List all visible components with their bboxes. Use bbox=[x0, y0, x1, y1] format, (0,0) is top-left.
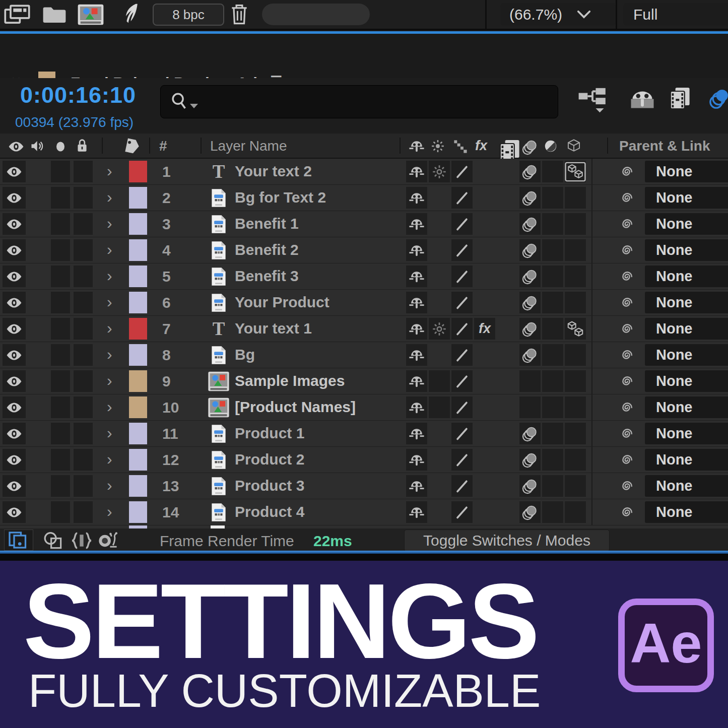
box-switch[interactable] bbox=[542, 266, 563, 287]
shy-switch[interactable] bbox=[406, 344, 427, 366]
parent-pickwhip-icon[interactable] bbox=[618, 320, 636, 338]
parent-dropdown[interactable]: None bbox=[645, 423, 728, 444]
expand-chevron-icon[interactable]: › bbox=[107, 398, 112, 416]
empty-switch-cell[interactable] bbox=[497, 449, 518, 471]
toolbar-pill-field[interactable] bbox=[262, 4, 370, 25]
shy-switch[interactable] bbox=[406, 449, 427, 471]
layer-color-swatch[interactable] bbox=[129, 239, 147, 261]
empty-switch-cell[interactable] bbox=[429, 213, 450, 235]
expand-chevron-icon[interactable]: › bbox=[107, 371, 112, 390]
fx-switch[interactable]: fx bbox=[474, 318, 495, 340]
visibility-eye-toggle[interactable] bbox=[3, 161, 26, 182]
layer-row[interactable]: › 5 Benefit 3 None bbox=[0, 263, 728, 290]
mini-flowchart-icon[interactable] bbox=[578, 87, 607, 113]
visibility-eye-toggle[interactable] bbox=[3, 266, 26, 287]
layer-color-swatch[interactable] bbox=[129, 396, 147, 418]
lock-column-icon[interactable] bbox=[76, 138, 89, 153]
box-switch[interactable] bbox=[542, 475, 563, 497]
lock-toggle[interactable] bbox=[74, 423, 93, 444]
mb-switch[interactable] bbox=[519, 501, 541, 523]
mb-switch[interactable] bbox=[519, 213, 541, 235]
layer-color-swatch[interactable] bbox=[129, 501, 147, 523]
box-switch[interactable] bbox=[542, 161, 563, 182]
parent-dropdown[interactable]: None bbox=[645, 266, 728, 287]
slash-switch[interactable] bbox=[451, 475, 473, 497]
mb-switch[interactable] bbox=[519, 161, 541, 182]
layer-color-swatch[interactable] bbox=[129, 423, 147, 444]
empty-switch-cell[interactable] bbox=[429, 239, 450, 261]
box-switch[interactable] bbox=[565, 292, 586, 313]
motion-blur-switch-icon[interactable] bbox=[521, 138, 539, 156]
expand-layer-switches-button[interactable] bbox=[4, 530, 33, 551]
shy-switch[interactable] bbox=[406, 318, 427, 340]
box-switch[interactable] bbox=[565, 187, 586, 209]
lock-toggle[interactable] bbox=[74, 396, 93, 418]
layer-row[interactable]: › 6 Your Product None bbox=[0, 290, 728, 316]
empty-switch-cell[interactable] bbox=[429, 187, 450, 209]
trash-icon[interactable] bbox=[229, 4, 249, 26]
slash-switch[interactable] bbox=[451, 187, 473, 209]
expand-chevron-icon[interactable]: › bbox=[107, 450, 112, 469]
layer-row[interactable]: › 4 Benefit 2 None bbox=[0, 237, 728, 263]
threed-layer-switch-icon[interactable] bbox=[566, 139, 581, 155]
solo-toggle[interactable] bbox=[51, 187, 70, 209]
mb-switch[interactable] bbox=[519, 318, 541, 340]
audio-column-speaker-icon[interactable] bbox=[30, 139, 45, 153]
box-switch[interactable] bbox=[565, 266, 586, 287]
solo-toggle[interactable] bbox=[51, 292, 70, 313]
box-switch[interactable] bbox=[565, 449, 586, 471]
slash-switch[interactable] bbox=[451, 344, 473, 366]
empty-switch-cell[interactable] bbox=[474, 423, 495, 444]
box-switch[interactable] bbox=[519, 396, 541, 418]
current-timecode[interactable]: 0:00:16:10 bbox=[20, 82, 136, 108]
parent-dropdown[interactable]: None bbox=[645, 239, 728, 261]
layer-row[interactable]: › 8 Bg None bbox=[0, 342, 728, 368]
mb-switch[interactable] bbox=[519, 475, 541, 497]
slash-switch[interactable] bbox=[451, 318, 473, 340]
layer-name[interactable]: Your Product bbox=[235, 294, 329, 311]
parent-dropdown[interactable]: None bbox=[645, 292, 728, 313]
sun-switch[interactable] bbox=[429, 161, 450, 182]
box-switch[interactable] bbox=[542, 187, 563, 209]
slash-switch[interactable] bbox=[451, 213, 473, 235]
mb-switch[interactable] bbox=[519, 449, 541, 471]
parent-dropdown[interactable]: None bbox=[645, 396, 728, 418]
parent-dropdown[interactable]: None bbox=[645, 213, 728, 235]
visibility-eye-toggle[interactable] bbox=[3, 501, 26, 523]
visibility-eye-toggle[interactable] bbox=[3, 187, 26, 209]
parent-pickwhip-icon[interactable] bbox=[618, 189, 636, 207]
empty-switch-cell[interactable] bbox=[474, 370, 495, 392]
box-switch[interactable] bbox=[542, 501, 563, 523]
shy-switch[interactable] bbox=[406, 501, 427, 523]
empty-switch-cell[interactable] bbox=[429, 501, 450, 523]
empty-switch-cell[interactable] bbox=[474, 292, 495, 313]
slash-switch[interactable] bbox=[451, 161, 473, 182]
mb-switch[interactable] bbox=[519, 423, 541, 444]
empty-switch-cell[interactable] bbox=[429, 292, 450, 313]
empty-switch-cell[interactable] bbox=[429, 423, 450, 444]
mb-switch[interactable] bbox=[519, 292, 541, 313]
lock-toggle[interactable] bbox=[74, 344, 93, 366]
box-switch[interactable] bbox=[429, 396, 450, 418]
layer-row[interactable]: › 10 [Product Names] None bbox=[0, 394, 728, 421]
layer-color-swatch[interactable] bbox=[129, 266, 147, 287]
empty-switch-cell[interactable] bbox=[497, 475, 518, 497]
parent-pickwhip-icon[interactable] bbox=[618, 425, 636, 443]
parent-pickwhip-icon[interactable] bbox=[618, 346, 636, 364]
empty-switch-cell[interactable] bbox=[497, 423, 518, 444]
box-switch[interactable] bbox=[565, 344, 586, 366]
empty-switch-cell[interactable] bbox=[474, 239, 495, 261]
expand-chevron-icon[interactable]: › bbox=[107, 267, 112, 285]
empty-switch-cell[interactable] bbox=[429, 266, 450, 287]
layer-name[interactable]: [Product Names] bbox=[235, 399, 356, 416]
lock-toggle[interactable] bbox=[74, 501, 93, 523]
layer-color-swatch[interactable] bbox=[129, 318, 147, 340]
lock-toggle[interactable] bbox=[74, 213, 93, 235]
layer-name[interactable]: Your text 1 bbox=[235, 320, 312, 337]
layer-row[interactable]: › 11 Product 1 None bbox=[0, 421, 728, 447]
lock-toggle[interactable] bbox=[74, 370, 93, 392]
layer-color-swatch[interactable] bbox=[129, 475, 147, 497]
cubesboxed-switch[interactable] bbox=[565, 161, 586, 182]
empty-switch-cell[interactable] bbox=[429, 344, 450, 366]
slash-switch[interactable] bbox=[451, 239, 473, 261]
